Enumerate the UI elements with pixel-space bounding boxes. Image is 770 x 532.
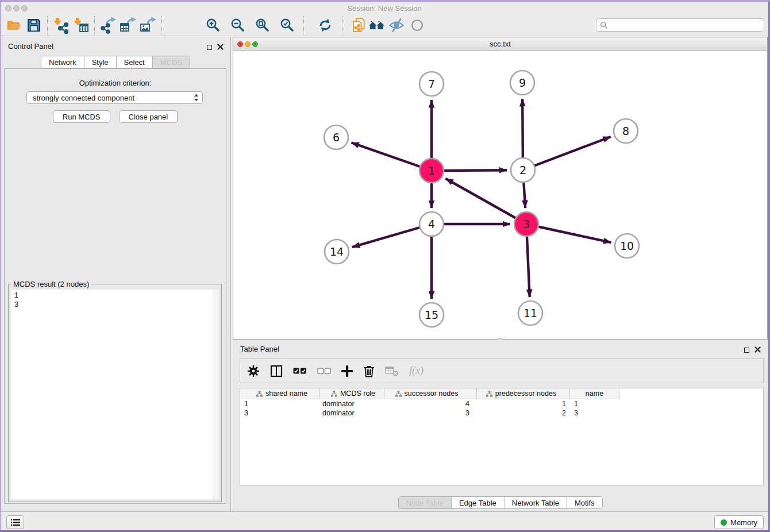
graph-node-label-2: 2 <box>519 164 526 176</box>
zoom-in-button[interactable] <box>203 16 222 35</box>
column-header-name[interactable]: name <box>570 388 619 399</box>
home-icon <box>368 17 386 34</box>
checked-boxes-icon <box>293 368 307 375</box>
columns-icon <box>270 365 283 377</box>
graph-node-label-14: 14 <box>330 245 344 258</box>
home-layout-button[interactable] <box>368 16 386 35</box>
open-folder-icon <box>6 17 22 33</box>
column-header-mcds-role[interactable]: MCDS role <box>320 388 384 399</box>
delete-column-button[interactable] <box>363 365 375 377</box>
function-builder-button[interactable]: f(x) <box>409 365 424 377</box>
control-panel-title: Control Panel <box>8 42 53 51</box>
import-table-button[interactable] <box>72 16 90 35</box>
result-scrollbar[interactable] <box>213 290 219 499</box>
graph-edge-3-10[interactable] <box>526 224 611 242</box>
import-network-button[interactable] <box>52 16 70 35</box>
zoom-out-button[interactable] <box>228 16 247 35</box>
create-column-button[interactable] <box>341 365 353 377</box>
column-header-shared-name[interactable]: shared name <box>240 388 320 399</box>
table-row[interactable]: 1 dominator 4 1 1 <box>240 399 763 408</box>
zoom-selected-button[interactable] <box>278 16 296 35</box>
show-panels-button[interactable] <box>408 16 426 35</box>
table-settings-button[interactable] <box>247 365 260 377</box>
tab-select[interactable]: Select <box>117 56 153 68</box>
control-panel-tabs: Network Style Select MCDS <box>41 56 190 68</box>
toolbar-separator <box>161 16 162 34</box>
memory-button[interactable]: Memory <box>714 515 764 529</box>
zoom-out-icon <box>229 17 245 33</box>
hide-panels-button[interactable] <box>387 16 406 35</box>
attribute-tree-icon <box>395 391 402 397</box>
export-table-icon <box>120 17 137 34</box>
attribute-tree-icon <box>486 391 492 397</box>
tab-edge-table[interactable]: Edge Table <box>452 497 505 508</box>
status-bar: Memory <box>1 511 768 530</box>
mcds-result-area[interactable]: 1 3 <box>11 290 219 499</box>
toolbar-separator <box>94 16 95 34</box>
plus-icon <box>341 365 353 377</box>
export-network-icon <box>99 17 117 34</box>
graph-node-label-7: 7 <box>428 78 435 90</box>
show-column-panel-button[interactable] <box>270 365 283 377</box>
mcds-result-values: 1 3 <box>14 291 18 309</box>
close-panel-button[interactable]: Close panel <box>119 110 178 123</box>
window-titlebar: Session: New Session <box>1 2 768 14</box>
table-panel-tabs: Node Table Edge Table Network Table Moti… <box>398 496 602 509</box>
graph-node-label-1: 1 <box>428 164 435 177</box>
clone-network-icon <box>350 17 367 34</box>
import-network-icon <box>52 17 70 34</box>
float-table-panel-icon[interactable] <box>744 345 749 355</box>
criterion-select[interactable]: strongly connected component <box>26 91 203 104</box>
tab-mcds[interactable]: MCDS <box>153 56 190 68</box>
toolbar-separator <box>47 16 48 34</box>
clone-network-button[interactable] <box>349 16 368 35</box>
network-graph[interactable]: 1234678910111415 <box>233 51 767 340</box>
graph-edge-2-8[interactable] <box>523 137 611 170</box>
tab-network[interactable]: Network <box>41 56 84 68</box>
zoom-fit-button[interactable] <box>253 16 271 35</box>
tab-style[interactable]: Style <box>84 56 117 68</box>
run-mcds-button[interactable]: Run MCDS <box>53 110 110 123</box>
node-table[interactable]: shared name MCDS role successor nodes <box>240 388 764 485</box>
export-network-button[interactable] <box>99 16 117 35</box>
optimization-criterion-label: Optimization criterion: <box>5 79 226 87</box>
export-table-button[interactable] <box>119 16 137 35</box>
tab-node-table[interactable]: Node Table <box>398 497 452 508</box>
graph-node-label-15: 15 <box>425 309 438 321</box>
list-icon <box>11 519 20 526</box>
toolbar-separator <box>303 16 304 34</box>
task-history-button[interactable] <box>6 515 24 529</box>
close-panel-icon[interactable] <box>217 42 224 52</box>
column-header-predecessor-nodes[interactable]: predecessor nodes <box>477 388 570 399</box>
float-panel-icon[interactable] <box>207 42 212 52</box>
criterion-selected-value: strongly connected component <box>33 94 194 102</box>
unselect-all-columns-button[interactable] <box>317 368 331 375</box>
unchecked-boxes-icon <box>317 368 331 375</box>
zoom-selected-icon <box>279 17 295 33</box>
refresh-network-button[interactable] <box>316 16 334 35</box>
column-header-successor-nodes[interactable]: successor nodes <box>384 388 477 399</box>
toolbar-separator <box>342 16 342 34</box>
close-table-panel-icon[interactable] <box>754 345 761 355</box>
delete-table-icon <box>385 365 399 377</box>
save-session-button[interactable] <box>25 16 43 35</box>
open-session-button[interactable] <box>5 16 23 35</box>
network-window-titlebar[interactable]: x − + scc.txt <box>233 37 767 51</box>
attribute-tree-icon <box>256 391 263 397</box>
tab-motifs[interactable]: Motifs <box>567 497 602 508</box>
search-icon <box>600 21 608 29</box>
export-image-icon <box>140 17 157 34</box>
eye-disabled-icon <box>409 17 425 33</box>
refresh-icon <box>317 17 333 33</box>
export-image-button[interactable] <box>139 16 157 35</box>
table-row[interactable]: 3 dominator 3 2 3 <box>240 408 763 418</box>
graph-node-label-11: 11 <box>523 307 537 319</box>
network-canvas[interactable]: 1234678910111415 <box>233 51 767 339</box>
graph-node-label-8: 8 <box>622 125 629 137</box>
search-input[interactable] <box>610 21 760 29</box>
tab-network-table[interactable]: Network Table <box>505 497 567 508</box>
search-box[interactable] <box>596 18 764 32</box>
delete-table-button[interactable] <box>385 365 399 377</box>
select-all-columns-button[interactable] <box>293 368 307 375</box>
graph-edge-3-1[interactable] <box>445 179 526 224</box>
